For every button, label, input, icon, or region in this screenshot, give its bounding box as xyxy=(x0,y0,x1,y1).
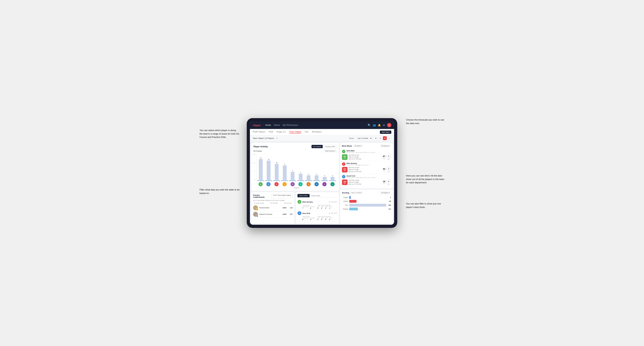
lb-columns: PLAYER NAME PB SCORE PB AVG SQ xyxy=(253,202,292,204)
shot-chevron-1[interactable]: › xyxy=(390,150,391,153)
scoring-eagles-label: Eagles xyxy=(342,197,348,198)
tab-least-active[interactable]: Least Active xyxy=(310,194,322,197)
bar-value-3: 9 xyxy=(284,164,285,165)
bar-group-5: 4 xyxy=(297,172,304,181)
pai-date-2: 02 Sep 2023 xyxy=(329,212,337,214)
pai-date-1: 26 Aug 2023 xyxy=(329,201,337,203)
lb-player-name-1: Richard Butler xyxy=(259,207,281,209)
shot-details-1: 200 SG Shot Dist: 67 ydsStart Lie: Rough… xyxy=(342,154,391,160)
bar-value-7: 3 xyxy=(316,173,317,175)
bar-3 xyxy=(283,166,287,180)
sc-filter-button[interactable]: Par 3, 4 & 5s ▾ xyxy=(350,191,363,194)
avatar-item-9: L xyxy=(329,182,336,186)
scoring-birdies-label: Birdies xyxy=(342,200,348,202)
list-view-icon[interactable]: ≡ xyxy=(388,136,391,140)
player-avatar-0: B xyxy=(258,182,263,186)
nav-link-teams[interactable]: Teams xyxy=(274,124,280,126)
lb-title: Practice Leaderboards xyxy=(253,194,272,198)
plus-circle-icon[interactable]: ⊕ xyxy=(383,124,385,127)
team-label: Team Clippd | 14 Players xyxy=(253,137,274,139)
tab-all-players[interactable]: All Players xyxy=(312,131,322,134)
tab-hcaps[interactable]: Hcaps 1-5 xyxy=(276,131,286,134)
scoring-eagles-bar-container xyxy=(349,196,388,199)
annotation-bottom-left: Filter what data you wish the table to b… xyxy=(200,188,240,195)
search-icon[interactable]: 🔍 xyxy=(368,124,371,127)
lb-player-avatar-1: 1 xyxy=(253,205,258,210)
player-avatar-9: L xyxy=(330,182,334,186)
pai-total-rounds-2: Total Rounds Tournament 8 xyxy=(302,216,315,220)
bar-value-4: 5 xyxy=(292,170,293,172)
grid2-view-icon[interactable]: ⊟ xyxy=(378,136,382,140)
sub-nav-right: Add Team xyxy=(380,130,391,134)
bs-shots-filter[interactable]: All Shots ▾ xyxy=(353,145,363,147)
tablet-screen: clippd Home Teams My Performance 🔍 👥 🔔 ⊕… xyxy=(250,121,394,225)
scoring-bogeys-bar-container xyxy=(349,208,386,210)
users-icon[interactable]: 👥 xyxy=(373,124,376,127)
chart-filter-button[interactable]: Total Rounds ▾ xyxy=(324,150,337,152)
bs-header: Best Shots All Shots ▾ All Players ▾ xyxy=(342,145,391,147)
bar-group-0: 13 xyxy=(257,157,264,181)
practice-drills-toggle[interactable]: Practice Drills xyxy=(324,145,337,148)
shot-chevron-2[interactable]: › xyxy=(390,163,391,165)
nav-link-performance[interactable]: My Performance xyxy=(283,124,298,126)
scoring-birdies-row: Birdies 96 xyxy=(342,199,391,203)
nav-link-home[interactable]: Home xyxy=(265,124,271,126)
avatar-item-4: E xyxy=(289,182,296,186)
most-active-card: Most Active Least Active B Blair McHarg … xyxy=(296,192,339,223)
bar-indicator-7 xyxy=(313,180,320,181)
scoring-pars-label: Pars xyxy=(342,204,348,206)
shot-top-2: B Blair McHarg 23 Jul 2023 · Ashridge GC… xyxy=(342,162,391,166)
pai-name-2: Rees Britt xyxy=(302,212,328,214)
scoring-birdies-bar-container xyxy=(349,200,388,203)
pai-stats-1: Total Rounds Tournament 7 xyxy=(302,204,337,209)
lb-filter-button[interactable]: PUTT Must Make Putting ... xyxy=(272,194,292,198)
shot-player-name-3: David Ford xyxy=(346,175,389,177)
add-team-button[interactable]: Add Team xyxy=(380,131,391,134)
grid4-view-icon[interactable]: ⊞ xyxy=(374,136,378,140)
tab-pga[interactable]: PGA xyxy=(269,131,273,134)
bar-group-6: 3 xyxy=(305,173,312,181)
on-course-toggle[interactable]: On Course xyxy=(312,145,323,148)
time-filter-select[interactable]: Last 3 months Last 6 months Last year xyxy=(356,137,372,140)
shot-zero-2: 0 yds xyxy=(386,167,391,173)
heart-view-icon[interactable]: ♥ xyxy=(383,136,387,140)
tab-most-active[interactable]: Most Active xyxy=(298,194,310,197)
avatar-item-3: J xyxy=(281,182,288,186)
tab-tour[interactable]: Tour xyxy=(305,131,308,134)
shot-avatar-2: B xyxy=(342,162,346,166)
sc-player-filter[interactable]: All Players ▾ xyxy=(380,191,391,194)
lb-player-avatar-2: 2 xyxy=(253,212,258,217)
bs-player-filter[interactable]: All Players ▾ xyxy=(380,145,391,147)
shot-avatar-1: M xyxy=(342,150,346,153)
shot-zero-3: 0 yds xyxy=(386,179,391,185)
lb-avg-sq-1: 110 xyxy=(290,207,292,209)
avatar-item-5: D xyxy=(297,182,304,186)
y-axis-labels: 15 10 5 0 xyxy=(254,153,255,181)
bar-indicator-6 xyxy=(305,180,312,181)
scoring-pars-count: 499 xyxy=(388,204,391,206)
bar-group-2: 10 xyxy=(273,162,280,181)
shot-chevron-3[interactable]: › xyxy=(390,175,391,178)
shot-details-3: 198 SG Shot Dist: 16 ydsStart Lie: Rough… xyxy=(342,179,391,185)
bar-value-8: 2 xyxy=(324,175,325,176)
edit-icon[interactable]: ✎ xyxy=(276,137,278,140)
shot-info-1: Shot Dist: 67 ydsStart Lie: RoughEnd Lie… xyxy=(348,154,382,160)
shot-info-3: Shot Dist: 16 ydsStart Lie: RoughEnd Lie… xyxy=(348,179,382,185)
tab-pgat-players[interactable]: PGAT Players xyxy=(253,131,265,134)
pai-stats-2: Total Rounds Tournament 8 xyxy=(302,216,337,220)
player-avatar-8: E xyxy=(322,182,326,186)
pai-practice-activities-1: Total Practice Activities GTT 0 xyxy=(318,204,332,209)
bar-indicator-5 xyxy=(297,180,304,181)
tab-team-clippd[interactable]: Team Clippd xyxy=(289,131,301,134)
active-player-2: R Rees Britt 02 Sep 2023 Total Rounds xyxy=(298,210,337,222)
bell-icon[interactable]: 🔔 xyxy=(378,124,381,127)
player-avatar-row: B R D J E D R M E L xyxy=(256,181,337,187)
sc-header: Scoring Par 3, 4 & 5s ▾ All Players ▾ xyxy=(342,191,391,194)
bar-indicator-4 xyxy=(289,180,296,181)
bar-group-1: 12 xyxy=(265,159,272,181)
avatar[interactable]: U xyxy=(387,123,391,127)
players-label: Players xyxy=(256,187,337,189)
scoring-pars-bar-container xyxy=(349,204,386,206)
bar-value-0: 13 xyxy=(260,157,262,159)
player-avatar-6: R xyxy=(306,182,310,186)
